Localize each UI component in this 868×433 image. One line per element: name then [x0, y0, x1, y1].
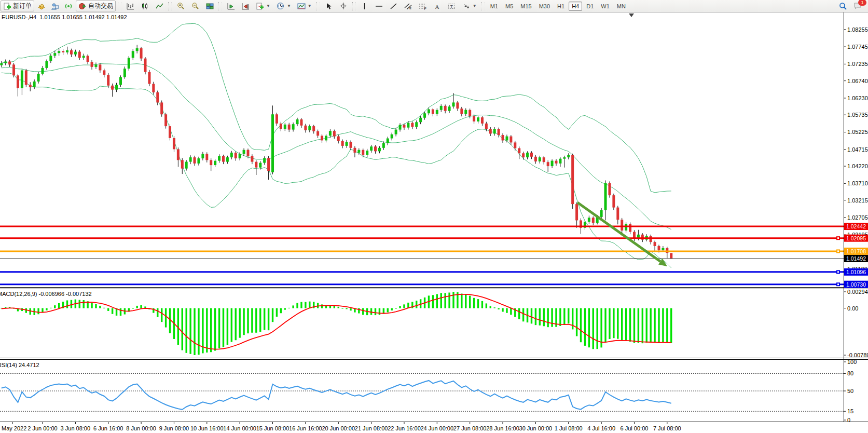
timeframe-mn[interactable]: MN	[614, 2, 629, 11]
svg-text:E: E	[409, 7, 411, 10]
bollinger-bands	[2, 23, 671, 268]
candle	[575, 204, 578, 220]
candle	[275, 114, 278, 124]
timeframe-h4[interactable]: H4	[569, 2, 582, 11]
candle	[387, 139, 389, 143]
chart-canvas[interactable]: 1.082551.077451.072351.067401.062301.057…	[0, 0, 868, 433]
candle	[17, 75, 19, 88]
candle	[45, 61, 48, 68]
candle	[288, 125, 291, 130]
line-chart-icon	[155, 2, 163, 10]
timeframe-m15[interactable]: M15	[517, 2, 534, 11]
candle	[271, 114, 274, 172]
candle	[481, 117, 484, 124]
chart-shift-marker[interactable]	[629, 13, 634, 17]
candle	[415, 122, 418, 127]
market-watch-icon[interactable]	[37, 2, 46, 10]
cursor-tool-button[interactable]	[322, 1, 336, 11]
crosshair-tool-button[interactable]	[337, 1, 350, 11]
templates-dropdown[interactable]: ▼	[295, 1, 314, 11]
tile-windows-button[interactable]	[203, 1, 216, 11]
cursor-icon	[325, 2, 333, 10]
dropdown-caret: ▼	[473, 4, 477, 8]
fibonacci-tool[interactable]: F	[416, 1, 430, 11]
candle	[654, 242, 656, 246]
candle	[403, 125, 405, 127]
trend-arrow-object[interactable]	[577, 202, 667, 266]
svg-text:4 Jul 16:00: 4 Jul 16:00	[587, 425, 615, 431]
equidistant-channel-tool[interactable]: E	[402, 1, 415, 11]
candle	[91, 62, 93, 67]
candle	[230, 153, 233, 157]
candle	[522, 153, 525, 157]
candle	[407, 123, 409, 128]
signals-icon[interactable]	[64, 2, 73, 10]
candle	[530, 153, 533, 157]
candle	[49, 56, 52, 61]
candle	[456, 102, 459, 109]
candle	[197, 158, 200, 164]
candle	[235, 153, 237, 158]
line-chart-mode-button[interactable]	[153, 1, 166, 11]
vertical-line-tool[interactable]	[358, 1, 371, 11]
candle	[477, 117, 479, 121]
text-tool[interactable]: A	[431, 1, 444, 11]
search-button[interactable]	[836, 1, 850, 11]
bar-chart-mode-button[interactable]	[123, 1, 137, 11]
rsi-line	[2, 381, 671, 410]
indicators-dropdown[interactable]: ▼	[253, 1, 273, 11]
horizontal-line-tool[interactable]	[373, 1, 386, 11]
svg-text:0.00: 0.00	[847, 305, 858, 312]
candle	[292, 124, 295, 129]
svg-text:1.03710: 1.03710	[847, 180, 868, 186]
new-order-button[interactable]: 新订单	[1, 1, 34, 11]
candle	[469, 110, 471, 116]
svg-text:9 Jun 08:00: 9 Jun 08:00	[159, 425, 189, 431]
candle	[419, 118, 422, 122]
timeframe-m1[interactable]: M1	[487, 2, 501, 11]
shapes-arrows-icon	[462, 2, 471, 10]
candle	[177, 149, 180, 160]
timeframe-m5[interactable]: M5	[502, 2, 516, 11]
candle	[181, 160, 184, 168]
timeframe-w1[interactable]: W1	[598, 2, 613, 11]
time-axis[interactable]: May 20222 Jun 00:003 Jun 08:006 Jun 16:0…	[2, 422, 681, 431]
candle	[115, 85, 118, 89]
indicators-icon	[256, 2, 264, 10]
timeframe-d1[interactable]: D1	[583, 2, 597, 11]
zoom-in-button[interactable]	[174, 1, 187, 11]
autotrading-button[interactable]: 自动交易	[76, 1, 116, 11]
chart-shift-button[interactable]	[239, 1, 252, 11]
svg-text:1.06230: 1.06230	[847, 95, 868, 101]
timeframe-h1[interactable]: H1	[554, 2, 568, 11]
trendline-tool[interactable]	[387, 1, 401, 11]
candle	[201, 154, 204, 158]
svg-text:-0.007895: -0.007895	[847, 352, 868, 358]
svg-text:1.01492: 1.01492	[846, 255, 866, 262]
tile-windows-icon	[205, 2, 214, 10]
horizontal-line-objects[interactable]	[0, 226, 844, 286]
candle	[509, 137, 512, 143]
candle	[25, 70, 27, 85]
candle	[255, 162, 257, 168]
periods-dropdown[interactable]: ▼	[274, 1, 294, 11]
shapes-dropdown[interactable]: ▼	[460, 1, 479, 11]
zoom-in-icon	[176, 2, 185, 10]
text-label-tool[interactable]: T	[445, 1, 459, 11]
candle	[87, 56, 89, 62]
auto-scroll-button[interactable]	[224, 1, 238, 11]
timeframe-m30[interactable]: M30	[536, 2, 553, 11]
svg-text:20 Jun 00:00: 20 Jun 00:00	[322, 425, 355, 431]
candle	[251, 156, 253, 161]
svg-text:1.04715: 1.04715	[847, 146, 868, 153]
toolbar-separator	[316, 2, 320, 10]
svg-text:16 Jun 16:00: 16 Jun 16:00	[289, 425, 322, 431]
candle	[267, 158, 270, 171]
candlestick-mode-button[interactable]	[138, 1, 151, 11]
zoom-out-button[interactable]	[188, 1, 202, 11]
svg-text:15 Jun 08:00: 15 Jun 08:00	[256, 425, 290, 431]
notifications-button[interactable]: 1	[851, 1, 864, 11]
community-icon[interactable]	[51, 2, 59, 10]
svg-text:24 Jun 00:00: 24 Jun 00:00	[421, 425, 454, 431]
candle	[21, 70, 23, 88]
